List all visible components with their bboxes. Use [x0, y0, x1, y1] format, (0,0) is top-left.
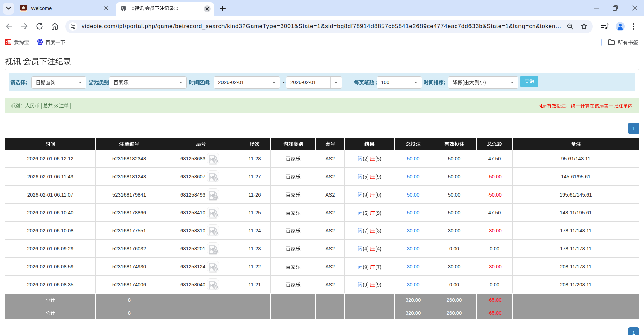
svg-text:du: du — [38, 42, 42, 45]
